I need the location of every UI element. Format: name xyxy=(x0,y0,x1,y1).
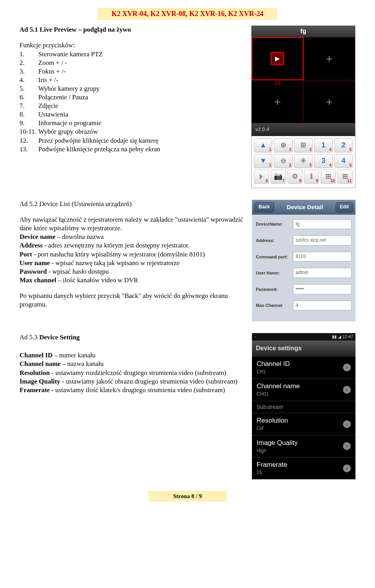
title-main: Device List (Ustawienia urządzeń) xyxy=(39,200,132,208)
group-down-button[interactable]: 45 xyxy=(334,154,353,168)
ptz-down-button[interactable]: ▼1 xyxy=(254,154,272,168)
section-title-5-2: Ad 5.2 Device List (Ustawienia urządzeń) xyxy=(20,200,244,208)
item-value: High xyxy=(257,448,298,454)
max-channel-input[interactable]: 4 xyxy=(293,301,352,311)
btn-num: 6 xyxy=(266,178,268,183)
command-port-input[interactable]: 8103 xyxy=(293,252,352,262)
play-pause-button[interactable]: ⏵6 xyxy=(254,170,269,184)
resolution-item[interactable]: ResolutionCIF › xyxy=(252,413,355,435)
camera-cell[interactable]: + xyxy=(252,80,304,123)
channel-id-item[interactable]: Channel IDCH1 › xyxy=(252,356,355,378)
num-icon: 1 xyxy=(321,141,325,150)
camera-cell[interactable]: + xyxy=(304,80,355,123)
camera-cell-selected[interactable]: ▶ 13 xyxy=(252,37,304,80)
camera-icon: 📷 xyxy=(274,172,282,181)
focus-far-button[interactable]: ⊞3 xyxy=(294,138,312,152)
camera-cell[interactable]: + xyxy=(304,37,355,80)
list-item: Sterowanie kamera PTZ xyxy=(38,50,103,59)
num-icon: 3 xyxy=(321,156,325,165)
list-num: 13. xyxy=(20,145,38,154)
title-prefix: Ad 5.2 xyxy=(20,200,39,208)
framerate-item[interactable]: Framerate25 › xyxy=(252,457,355,479)
user-name-input[interactable]: admin xyxy=(293,268,352,278)
btn-num: 5 xyxy=(349,147,352,152)
btn-num: 9 xyxy=(316,178,318,183)
field-name: Address xyxy=(20,242,43,249)
iris-open-button[interactable]: 14 xyxy=(314,138,332,152)
title-prefix: Ad 5.3 xyxy=(20,333,39,341)
iris-close-button[interactable]: 34 xyxy=(314,154,332,168)
btn-num: 1 xyxy=(269,163,271,168)
back-button[interactable]: Back xyxy=(254,202,274,212)
field-desc: - adres zewnętrzny na którym jest dostęp… xyxy=(43,242,189,249)
page-footer: Strona 8 / 9 xyxy=(148,491,227,502)
address-input[interactable]: szkfcs.xicp.net xyxy=(293,235,352,246)
field-label: Max Channel xyxy=(256,303,293,308)
play-icon: ⏵ xyxy=(258,172,265,181)
info-button[interactable]: ℹ9 xyxy=(304,170,319,184)
btn-num: 1 xyxy=(269,147,271,152)
num-icon: 4 xyxy=(341,156,345,165)
plus-icon: + xyxy=(274,94,281,109)
group-up-button[interactable]: 25 xyxy=(334,138,353,152)
btn-num: 3 xyxy=(309,147,312,152)
btn-num: 2 xyxy=(289,147,291,152)
substream-header: Substream xyxy=(252,401,355,413)
setting-descriptions: Channel ID – numer kanału Channel name –… xyxy=(20,351,244,394)
section-title-5-1: Ad 5.1 Live Preview – podgląd na żywo xyxy=(20,25,243,34)
item-label: Resolution xyxy=(257,417,288,424)
settings-button[interactable]: ⚙8 xyxy=(288,170,303,184)
zoom-in-button[interactable]: ⊕2 xyxy=(274,138,292,152)
aperture-icon: ✳ xyxy=(300,156,306,165)
field-desc: – ilość kanałów video w DVR xyxy=(56,276,138,284)
title-prefix: Ad 5.1 xyxy=(20,26,39,33)
field-desc: - ustawiamy rozdzielczość drugiego strum… xyxy=(50,369,226,376)
btn-num: 3 xyxy=(309,163,312,168)
zoom-out-button[interactable]: ⊖2 xyxy=(274,154,292,168)
arrow-down-icon: ▼ xyxy=(260,156,267,165)
device-name-input[interactable]: fg xyxy=(293,219,352,229)
zoom-out-icon: ⊖ xyxy=(280,156,286,165)
channel-name-item[interactable]: Channel nameCH01 › xyxy=(252,378,355,401)
section-title-5-3: Ad 5.3 Device Setting xyxy=(20,333,244,342)
btn-num: 4 xyxy=(329,147,332,152)
field-name: User name xyxy=(20,259,50,267)
field-desc: - ustawiamy ilość klatek/s drugiego stru… xyxy=(50,386,225,394)
btn-num: 11 xyxy=(347,178,352,183)
group-prev-button[interactable]: ⊞10 xyxy=(321,170,336,184)
list-item: Przez podwójne kliknięcie dodaje się kam… xyxy=(38,136,158,145)
chevron-right-icon: › xyxy=(343,364,351,371)
field-name: Resolution xyxy=(20,369,50,376)
edit-button[interactable]: Edit xyxy=(336,202,353,212)
field-label: Password: xyxy=(256,287,293,292)
play-icon[interactable]: ▶ xyxy=(271,52,284,65)
list-num: 8. xyxy=(20,110,38,119)
list-item: Informacje o programie xyxy=(38,119,101,127)
functions-label: Funkcje przycisków: xyxy=(20,41,243,50)
gear-icon: ⚙ xyxy=(292,172,298,181)
password-input[interactable]: ••••• xyxy=(293,284,352,294)
btn-num: 7 xyxy=(282,178,285,183)
app-version: v2.0.4 xyxy=(252,123,355,136)
preview-device-name: fg xyxy=(252,26,355,37)
image-quality-item[interactable]: Image QualityHigh › xyxy=(252,435,355,457)
btn-num: 4 xyxy=(329,163,332,168)
snapshot-button[interactable]: 📷7 xyxy=(271,170,286,184)
list-item: Zdjęcie xyxy=(38,102,58,110)
outro-text: Po wpisaniu danych wybierz przycisk "Bac… xyxy=(20,292,244,309)
ptz-up-button[interactable]: ▲1 xyxy=(254,138,272,152)
item-label: Substream xyxy=(257,404,283,410)
plus-icon: + xyxy=(326,94,333,109)
title-suffix: – podgląd na żywo xyxy=(77,26,131,33)
field-name: Max channel xyxy=(20,276,56,284)
group-next-button[interactable]: ⊞11 xyxy=(338,170,353,184)
info-icon: ℹ xyxy=(310,172,313,181)
focus-near-button[interactable]: ✳3 xyxy=(294,154,312,168)
item-label: Channel ID xyxy=(257,360,290,368)
list-item: Połączenie / Pauza xyxy=(38,93,88,102)
list-item: Iris + /- xyxy=(38,76,58,84)
list-num: 10-11. xyxy=(20,127,38,136)
list-num: 3. xyxy=(20,67,38,76)
chevron-right-icon: › xyxy=(343,420,351,428)
field-name: Device name xyxy=(20,233,55,240)
